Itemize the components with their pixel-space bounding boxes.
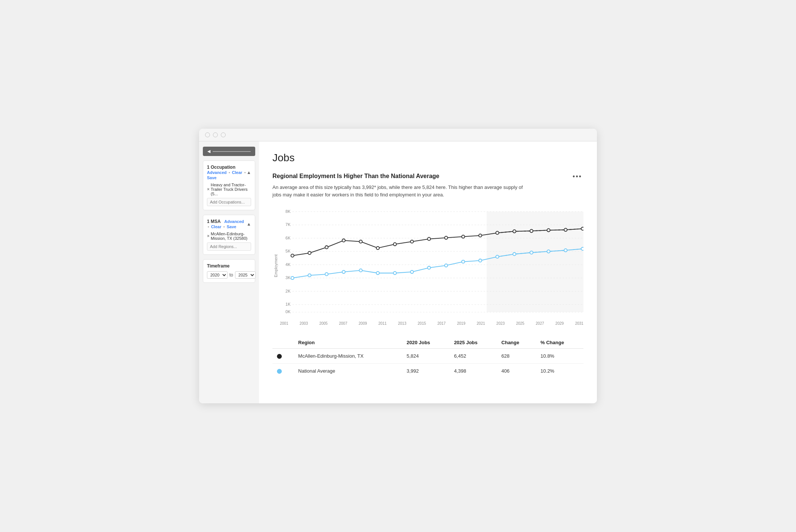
occupation-filter-card: 1 Occupation Advanced • Clear • Save ▲ xyxy=(203,160,255,210)
svg-text:6K: 6K xyxy=(286,236,291,240)
row-change: 628 xyxy=(497,349,536,364)
region-filter-header: 1 MSA Advanced • Clear • Save ▲ xyxy=(207,219,251,229)
region-filter-count-label: 1 MSA Advanced • Clear • Save xyxy=(207,219,247,229)
black-dot xyxy=(411,240,414,243)
chart-area: Employment xyxy=(272,206,583,325)
svg-text:3K: 3K xyxy=(286,275,291,280)
chart-description: An average area of this size typically h… xyxy=(272,184,527,198)
row-2020-jobs: 5,824 xyxy=(402,349,449,364)
region-save-link[interactable]: Save xyxy=(227,224,237,229)
black-dot-forecast xyxy=(513,230,516,233)
blue-dot xyxy=(291,276,294,279)
row-change: 406 xyxy=(497,364,536,379)
add-regions-input[interactable] xyxy=(207,242,251,251)
y-axis-label: Employment xyxy=(272,206,279,325)
black-dot xyxy=(479,234,482,237)
chart-section-header: Regional Employment Is Higher Than the N… xyxy=(272,173,583,181)
timeframe-row: 2020 2015 2010 2005 2001 to 2025 2030 20… xyxy=(207,271,251,279)
timeframe-to-select[interactable]: 2025 2030 2031 2024 2020 xyxy=(235,271,256,279)
svg-text:0K: 0K xyxy=(286,309,291,314)
chart-container: Employment xyxy=(272,206,583,325)
occupation-chevron-icon[interactable]: ▲ xyxy=(247,170,251,175)
blue-dot xyxy=(342,270,345,273)
chart-inner: 8K 7K 6K 5K 4K 3K 2K 1K 0K xyxy=(280,206,583,325)
chart-title: Regional Employment Is Higher Than the N… xyxy=(272,173,439,180)
svg-text:7K: 7K xyxy=(286,222,291,227)
occupation-filter-tag: × Heavy and Tractor-Trailer Truck Driver… xyxy=(207,183,251,196)
sidebar-collapse-button[interactable]: ◀ xyxy=(203,147,255,156)
row-2020-jobs: 3,992 xyxy=(402,364,449,379)
region-tag-text: McAllen-Edinburg-Mission, TX (32580) xyxy=(211,232,251,241)
black-dot xyxy=(445,236,448,239)
blue-dot xyxy=(479,259,482,262)
col-header-icon xyxy=(272,336,294,349)
table-header-row: Region 2020 Jobs 2025 Jobs Change % Chan… xyxy=(272,336,583,349)
region-chevron-icon[interactable]: ▲ xyxy=(247,221,251,227)
svg-rect-19 xyxy=(487,212,583,312)
browser-content: ◀ 1 Occupation Advanced • Clear • Sa xyxy=(199,141,597,403)
black-dot xyxy=(376,247,379,250)
page-title: Jobs xyxy=(272,152,583,164)
add-occupations-input[interactable] xyxy=(207,198,251,206)
data-table: Region 2020 Jobs 2025 Jobs Change % Chan… xyxy=(272,336,583,378)
occupation-filter-actions: Advanced • Clear • Save xyxy=(207,170,247,180)
blue-dot-forecast xyxy=(513,253,516,256)
x-label: 2017 xyxy=(437,321,446,325)
row-pct-change: 10.2% xyxy=(536,364,583,379)
x-label: 2029 xyxy=(555,321,564,325)
black-dot xyxy=(342,239,345,242)
x-label: 2007 xyxy=(339,321,347,325)
x-label: 2027 xyxy=(536,321,544,325)
blue-dot xyxy=(325,273,328,276)
timeframe-label: Timeframe xyxy=(207,263,251,269)
x-label: 2001 xyxy=(280,321,288,325)
occupation-save-link[interactable]: Save xyxy=(207,175,217,180)
x-label: 2011 xyxy=(378,321,387,325)
occupation-clear-link[interactable]: Clear xyxy=(232,170,243,175)
col-header-region: Region xyxy=(294,336,402,349)
col-header-2020jobs: 2020 Jobs xyxy=(402,336,449,349)
row-legend-dot-cell xyxy=(272,364,294,379)
blue-dot-forecast xyxy=(564,249,567,252)
black-dot xyxy=(291,254,294,257)
blue-dot xyxy=(411,270,414,273)
row-legend-dot-cell xyxy=(272,349,294,364)
x-label: 2021 xyxy=(477,321,485,325)
collapse-arrow-icon: ◀ xyxy=(207,149,210,154)
x-label: 2003 xyxy=(300,321,308,325)
chart-section: Regional Employment Is Higher Than the N… xyxy=(272,173,583,325)
black-dot-forecast xyxy=(547,229,550,232)
blue-dot xyxy=(427,266,430,269)
black-dot-forecast xyxy=(530,229,533,232)
row-region: McAllen-Edinburg-Mission, TX xyxy=(294,349,402,364)
x-label: 2025 xyxy=(516,321,524,325)
black-dot-forecast xyxy=(564,228,567,231)
svg-text:1K: 1K xyxy=(286,302,291,306)
region-clear-link[interactable]: Clear xyxy=(211,224,222,229)
x-label: 2013 xyxy=(398,321,406,325)
occupation-remove-icon[interactable]: × xyxy=(207,187,210,192)
browser-dot-3 xyxy=(221,132,226,137)
black-dot xyxy=(359,240,362,243)
main-content: Jobs Regional Employment Is Higher Than … xyxy=(259,141,597,403)
browser-dot-1 xyxy=(205,132,210,137)
svg-text:5K: 5K xyxy=(286,249,291,253)
browser-window: ◀ 1 Occupation Advanced • Clear • Sa xyxy=(199,129,597,403)
region-advanced-link[interactable]: Advanced xyxy=(224,219,244,224)
col-header-2025jobs: 2025 Jobs xyxy=(449,336,497,349)
black-dot xyxy=(393,243,396,246)
blue-dot-forecast xyxy=(581,247,583,250)
collapse-bar xyxy=(213,151,251,152)
x-label: 2005 xyxy=(319,321,327,325)
blue-dot xyxy=(445,264,448,267)
blue-dot xyxy=(376,272,379,275)
timeframe-card: Timeframe 2020 2015 2010 2005 2001 to 20… xyxy=(203,259,255,283)
chart-more-button[interactable]: ••• xyxy=(571,173,583,181)
legend-dot xyxy=(277,354,282,359)
black-dot xyxy=(462,235,465,238)
occupation-advanced-link[interactable]: Advanced xyxy=(207,170,227,175)
chart-svg-wrap: 8K 7K 6K 5K 4K 3K 2K 1K 0K xyxy=(280,206,583,320)
timeframe-from-select[interactable]: 2020 2015 2010 2005 2001 xyxy=(207,271,228,279)
chart-svg: 8K 7K 6K 5K 4K 3K 2K 1K 0K xyxy=(280,206,583,320)
region-remove-icon[interactable]: × xyxy=(207,234,210,238)
